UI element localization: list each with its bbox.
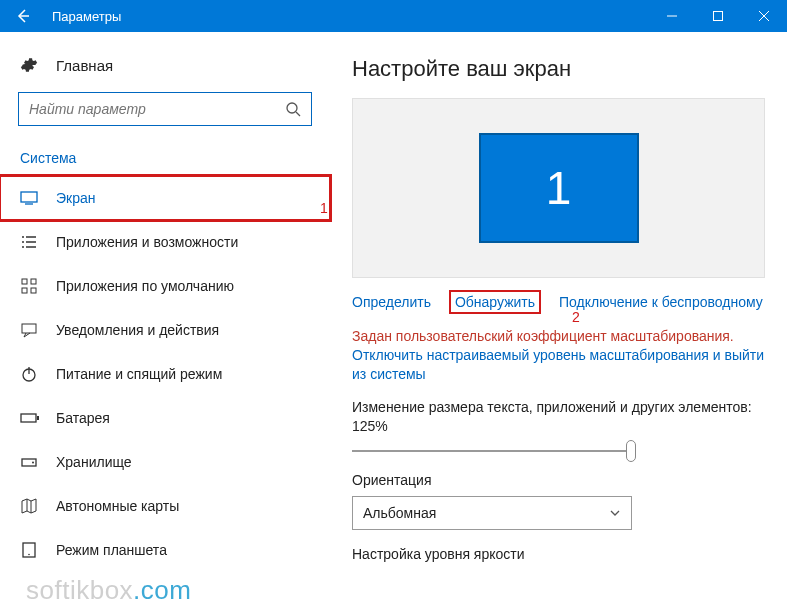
scaling-warning: Задан пользовательский коэффициент масшт… [352, 328, 765, 344]
nav-label: Автономные карты [40, 498, 179, 514]
nav-label: Питание и спящий режим [40, 366, 222, 382]
search-icon [285, 101, 301, 117]
svg-rect-9 [21, 414, 36, 422]
storage-icon [20, 453, 40, 471]
gear-icon [20, 56, 40, 74]
nav-label: Экран [40, 190, 96, 206]
nav-label: Хранилище [40, 454, 132, 470]
arrow-left-icon [15, 8, 31, 24]
monitor-1[interactable]: 1 [479, 133, 639, 243]
search-input[interactable] [29, 101, 285, 117]
sidebar-home-label: Главная [40, 57, 113, 74]
window-title: Параметры [46, 9, 649, 24]
svg-point-1 [287, 103, 297, 113]
power-icon [20, 365, 40, 383]
orientation-value: Альбомная [363, 505, 436, 521]
maximize-icon [712, 10, 724, 22]
slider-thumb[interactable] [626, 440, 636, 462]
nav-label: Уведомления и действия [40, 322, 219, 338]
svg-rect-2 [21, 192, 37, 202]
nav-battery[interactable]: Батарея [0, 396, 330, 440]
display-preview[interactable]: 1 [352, 98, 765, 278]
page-title: Настройте ваш экран [352, 56, 765, 82]
map-icon [20, 497, 40, 515]
main-panel: Настройте ваш экран 1 Определить Обнаруж… [330, 32, 787, 616]
nav-label: Приложения по умолчанию [40, 278, 234, 294]
wireless-link[interactable]: Подключение к беспроводному [559, 294, 763, 310]
orientation-label: Ориентация [352, 472, 765, 488]
grid-icon [20, 277, 40, 295]
close-button[interactable] [741, 0, 787, 32]
tablet-icon [20, 541, 40, 559]
chevron-down-icon [609, 507, 621, 519]
back-button[interactable] [0, 0, 46, 32]
nav-label: Режим планшета [40, 542, 167, 558]
svg-rect-0 [714, 12, 723, 21]
scale-label: Изменение размера текста, приложений и д… [352, 398, 765, 436]
svg-point-12 [32, 462, 34, 464]
minimize-button[interactable] [649, 0, 695, 32]
watermark: softikbox.com [26, 575, 191, 606]
monitor-icon [20, 189, 40, 207]
scale-slider[interactable] [352, 450, 632, 452]
close-icon [758, 10, 770, 22]
nav-storage[interactable]: Хранилище [0, 440, 330, 484]
svg-rect-3 [22, 279, 27, 284]
chat-icon [20, 321, 40, 339]
minimize-icon [666, 10, 678, 22]
nav-label: Батарея [40, 410, 110, 426]
nav-display[interactable]: Экран [0, 176, 330, 220]
brightness-label: Настройка уровня яркости [352, 546, 765, 562]
nav-tablet[interactable]: Режим планшета [0, 528, 330, 572]
svg-rect-10 [37, 416, 39, 420]
svg-rect-7 [22, 324, 36, 333]
orientation-select[interactable]: Альбомная [352, 496, 632, 530]
nav-power[interactable]: Питание и спящий режим [0, 352, 330, 396]
section-label: Система [0, 144, 330, 176]
annotation-2: 2 [572, 309, 580, 325]
titlebar: Параметры [0, 0, 787, 32]
maximize-button[interactable] [695, 0, 741, 32]
identify-link[interactable]: Определить [352, 294, 431, 310]
detect-link[interactable]: Обнаружить [449, 290, 541, 314]
svg-rect-6 [31, 288, 36, 293]
list-icon [20, 233, 40, 251]
nav-notifications[interactable]: Уведомления и действия [0, 308, 330, 352]
nav-maps[interactable]: Автономные карты [0, 484, 330, 528]
svg-rect-5 [22, 288, 27, 293]
nav-label: Приложения и возможности [40, 234, 238, 250]
nav-default-apps[interactable]: Приложения по умолчанию [0, 264, 330, 308]
search-box[interactable] [18, 92, 312, 126]
disable-scaling-link[interactable]: Отключить настраиваемый уровень масштаби… [352, 346, 765, 384]
svg-rect-4 [31, 279, 36, 284]
svg-point-14 [28, 554, 30, 556]
sidebar: Главная Система Экран Приложения и возмо… [0, 32, 330, 616]
nav-apps[interactable]: Приложения и возможности [0, 220, 330, 264]
battery-icon [20, 409, 40, 427]
sidebar-home[interactable]: Главная [0, 50, 330, 92]
